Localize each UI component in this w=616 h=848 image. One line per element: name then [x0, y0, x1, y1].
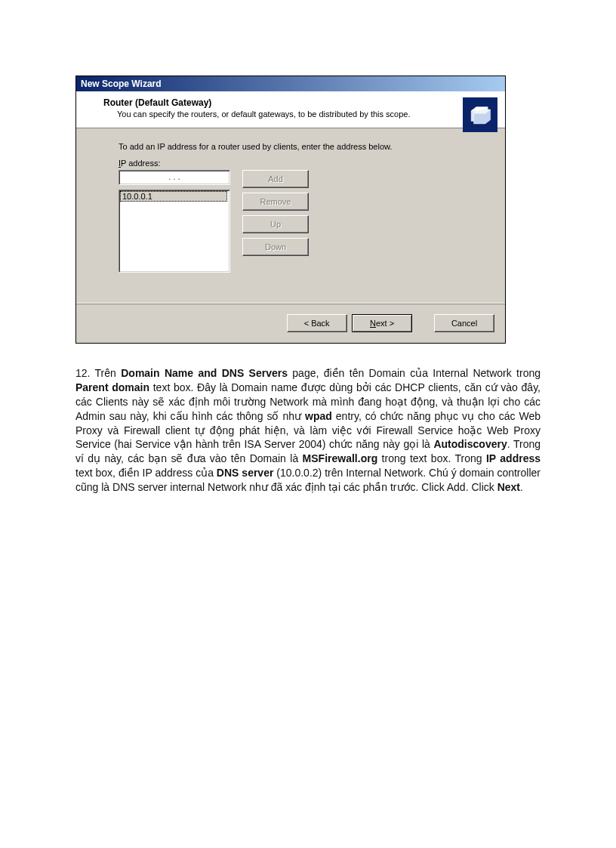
down-button[interactable]: Down [242, 238, 309, 256]
instruction-text: To add an IP address for a router used b… [119, 142, 481, 151]
dialog-footer: < Back Next > Cancel [76, 303, 505, 343]
add-button[interactable]: Add [242, 170, 309, 188]
back-button[interactable]: < Back [287, 314, 347, 332]
next-button[interactable]: Next > [352, 314, 412, 332]
remove-button[interactable]: Remove [242, 193, 309, 211]
header-title: Router (Default Gateway) [103, 97, 494, 108]
up-button[interactable]: Up [242, 215, 309, 233]
article-text: 12. Trên Domain Name and DNS Servers pag… [75, 366, 541, 495]
dialog-body: To add an IP address for a router used b… [76, 128, 505, 303]
dialog-titlebar: New Scope Wizard [76, 76, 505, 91]
wizard-dialog: New Scope Wizard Router (Default Gateway… [75, 76, 506, 344]
folder-icon [463, 97, 497, 132]
ip-address-label: IP address: [119, 159, 481, 168]
ip-address-input[interactable]: . . . [119, 170, 230, 185]
cancel-button[interactable]: Cancel [434, 314, 494, 332]
header-subtitle: You can specify the routers, or default … [103, 109, 494, 119]
list-item[interactable]: 10.0.0.1 [120, 191, 227, 202]
dialog-header: Router (Default Gateway) You can specify… [76, 91, 505, 128]
ip-address-list[interactable]: 10.0.0.1 [119, 190, 230, 273]
